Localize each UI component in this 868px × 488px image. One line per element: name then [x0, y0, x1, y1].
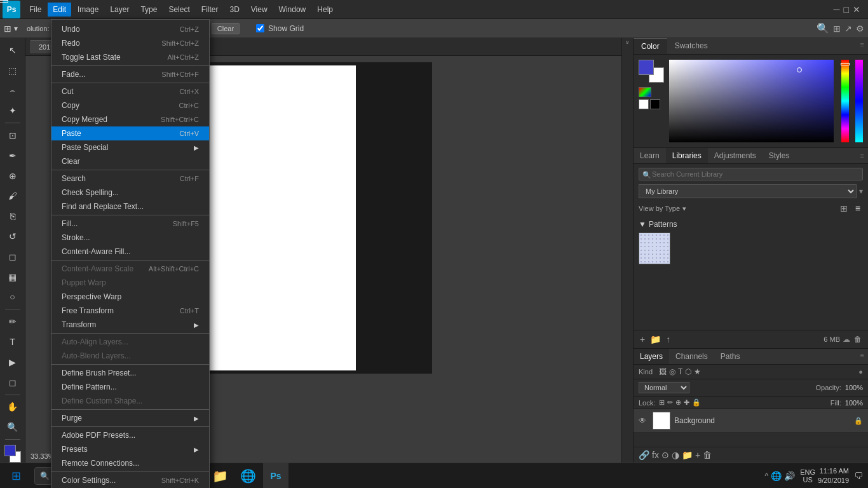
menu-3d[interactable]: 3D	[224, 3, 244, 17]
type-tool[interactable]: T	[3, 332, 22, 351]
pen-tool[interactable]: ✏	[3, 312, 22, 331]
layer-new-btn[interactable]: +	[695, 450, 700, 460]
menu-select[interactable]: Select	[163, 3, 194, 17]
layer-delete-btn[interactable]: 🗑	[703, 450, 712, 460]
menu-item-clear[interactable]: Clear	[51, 154, 209, 168]
spot-heal-tool[interactable]: ⊕	[3, 166, 22, 186]
start-button[interactable]: ⊞	[0, 463, 32, 489]
gradient-tool[interactable]: ▦	[3, 268, 22, 287]
tab-layers[interactable]: Layers	[634, 349, 669, 364]
tab-color[interactable]: Color	[634, 38, 667, 54]
layer-folder-btn[interactable]: 📁	[682, 450, 693, 460]
filter-toggle[interactable]: ●	[858, 368, 863, 376]
lock-pixels-icon[interactable]: ⊞	[659, 398, 665, 407]
lock-all-icon[interactable]: 🔒	[692, 398, 701, 407]
menu-item-copy-merged[interactable]: Copy Merged Shift+Ctrl+C	[51, 112, 209, 126]
table-row[interactable]: 👁 Background 🔒	[634, 409, 868, 433]
layer-adjust-btn[interactable]: ◑	[672, 450, 679, 460]
eraser-tool[interactable]: ◻	[3, 247, 22, 266]
menu-window[interactable]: Window	[274, 3, 311, 17]
list-view-btn[interactable]: ≡	[853, 202, 863, 215]
patterns-section-header[interactable]: ▼ Patterns	[639, 220, 863, 229]
layer-fx-btn[interactable]: fx	[652, 450, 659, 460]
menu-item-content-aware-fill[interactable]: Content-Aware Fill...	[51, 245, 209, 259]
filter-icon-type[interactable]: T	[678, 367, 682, 376]
tab-adjustments[interactable]: Adjustments	[708, 148, 763, 163]
menu-item-paste[interactable]: Paste Ctrl+V	[51, 126, 209, 140]
menu-item-free-transform[interactable]: Free Transform Ctrl+T	[51, 304, 209, 318]
black-swatch[interactable]	[650, 99, 660, 109]
folder-library-btn[interactable]: 📁	[649, 333, 662, 346]
menu-item-find-replace[interactable]: Find and Replace Text...	[51, 200, 209, 214]
fg-color-box[interactable]	[639, 60, 654, 75]
library-select[interactable]: My Library	[639, 184, 857, 198]
options-icon[interactable]: ⚙	[856, 24, 864, 34]
menu-item-remote-connections[interactable]: Remote Connections...	[51, 456, 209, 470]
menu-item-stroke[interactable]: Stroke...	[51, 231, 209, 245]
tab-styles[interactable]: Styles	[763, 148, 796, 163]
menu-item-undo[interactable]: Undo Ctrl+Z	[51, 22, 209, 36]
tab-paths[interactable]: Paths	[714, 349, 747, 364]
search-icon-top[interactable]: 🔍	[817, 22, 829, 34]
layer-mask-btn[interactable]: ⊙	[661, 450, 669, 460]
filter-icon-shape[interactable]: ⬡	[685, 367, 691, 376]
fg-color-swatch[interactable]	[4, 445, 16, 456]
grid-view-btn[interactable]: ⊞	[837, 202, 850, 215]
hue-slider[interactable]	[841, 60, 849, 142]
layer-link-btn[interactable]: 🔗	[639, 450, 649, 460]
menu-item-pdf-presets[interactable]: Adobe PDF Presets...	[51, 428, 209, 442]
filter-icon-adjust[interactable]: ◎	[669, 367, 675, 376]
pattern-item-1[interactable]	[639, 233, 670, 264]
minimize-btn[interactable]: ─	[834, 4, 840, 15]
menu-layer[interactable]: Layer	[105, 3, 134, 17]
brush-tool[interactable]: 🖌	[3, 187, 22, 206]
dodge-tool[interactable]: ○	[3, 288, 22, 307]
menu-item-cut[interactable]: Cut Ctrl+X	[51, 85, 209, 98]
delete-library-btn[interactable]: 🗑	[853, 334, 863, 345]
menu-item-define-shape[interactable]: Define Custom Shape...	[51, 394, 209, 408]
taskbar-arrow-icon[interactable]: ^	[765, 471, 769, 480]
crop-tool[interactable]: ⊡	[3, 126, 22, 145]
menu-item-search[interactable]: Search Ctrl+F	[51, 172, 209, 186]
library-search-input[interactable]	[639, 168, 863, 180]
tab-swatches[interactable]: Swatches	[667, 38, 715, 54]
menu-item-content-aware-scale[interactable]: Content-Aware Scale Alt+Shift+Ctrl+C	[51, 262, 209, 276]
menu-item-auto-align[interactable]: Auto-Align Layers...	[51, 335, 209, 349]
menu-item-transform[interactable]: Transform ▶	[51, 318, 209, 332]
upload-library-btn[interactable]: ↑	[665, 333, 672, 346]
menu-edit[interactable]: Edit	[48, 3, 71, 17]
taskbar-app-chrome[interactable]: 🌐	[235, 463, 261, 489]
menu-item-color-settings[interactable]: Color Settings... Shift+Ctrl+K	[51, 473, 209, 487]
menu-item-copy[interactable]: Copy Ctrl+C	[51, 98, 209, 112]
menu-item-purge[interactable]: Purge ▶	[51, 411, 209, 425]
lock-move-icon[interactable]: ✚	[684, 398, 689, 407]
menu-item-fill[interactable]: Fill... Shift+F5	[51, 217, 209, 231]
spectrum-btn[interactable]	[639, 87, 651, 97]
libraries-panel-menu[interactable]: ≡	[857, 149, 868, 162]
magic-wand-tool[interactable]: ✦	[3, 101, 22, 120]
network-icon[interactable]: 🌐	[771, 471, 782, 481]
taskbar-datetime[interactable]: 11:16 AM 9/20/2019	[818, 466, 849, 485]
filter-icon-img[interactable]: 🖼	[659, 367, 667, 376]
tab-learn[interactable]: Learn	[634, 148, 666, 163]
close-btn[interactable]: ✕	[853, 4, 860, 15]
eyedropper-tool[interactable]: ✒	[3, 146, 22, 165]
maximize-btn[interactable]: □	[844, 4, 849, 15]
marquee-tool[interactable]: ⬚	[3, 61, 22, 80]
view-by-arrow[interactable]: ▾	[682, 205, 686, 213]
menu-item-define-pattern[interactable]: Define Pattern...	[51, 380, 209, 394]
show-grid-label[interactable]: Show Grid	[256, 24, 304, 33]
menu-item-toggle-last[interactable]: Toggle Last State Alt+Ctrl+Z	[51, 50, 209, 64]
menu-item-redo[interactable]: Redo Shift+Ctrl+Z	[51, 36, 209, 50]
menu-item-perspective-warp[interactable]: Perspective Warp	[51, 290, 209, 304]
menu-item-auto-blend[interactable]: Auto-Blend Layers...	[51, 349, 209, 363]
hand-tool[interactable]: ✋	[3, 398, 22, 417]
volume-icon[interactable]: 🔊	[784, 471, 795, 481]
notifications-icon[interactable]: 🗨	[854, 471, 863, 481]
lock-paint-icon[interactable]: ✏	[667, 398, 673, 407]
menu-filter[interactable]: Filter	[196, 3, 224, 17]
panel-collapse-btn[interactable]: »	[624, 41, 631, 44]
move-tool[interactable]: ↖	[3, 41, 22, 60]
add-library-btn[interactable]: +	[639, 333, 646, 346]
layer-visibility-icon[interactable]: 👁	[639, 416, 649, 425]
